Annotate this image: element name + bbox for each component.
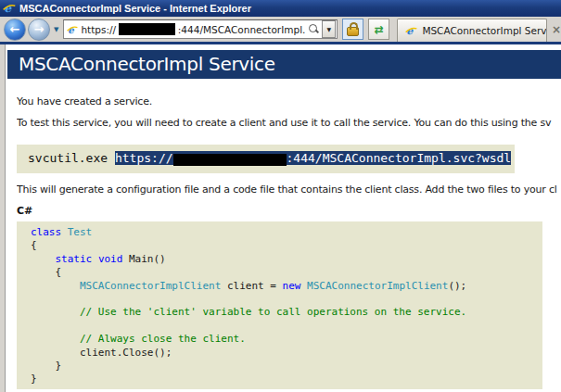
wsdl-link-path: :444/MSCAConnectorImpl.svc?wsdl bbox=[287, 151, 512, 165]
test-instructions-paragraph: To test this service, you will need to c… bbox=[17, 117, 561, 129]
code-line: static void Main() bbox=[31, 253, 542, 266]
code-line: } bbox=[31, 373, 542, 386]
window-left-border bbox=[0, 44, 6, 392]
tab-label: MSCAConnectorImpl Service bbox=[422, 25, 547, 36]
recent-pages-dropdown[interactable]: ▼ bbox=[54, 26, 58, 33]
code-block: class Test{ static void Main() { MSCACon… bbox=[17, 221, 542, 389]
code-line: client.Close(); bbox=[31, 347, 542, 360]
ie-logo-icon: e bbox=[3, 2, 16, 15]
window-title: MSCAConnectorImpl Service - Internet Exp… bbox=[19, 3, 251, 14]
code-line: } bbox=[31, 360, 542, 373]
intro-paragraph: You have created a service. bbox=[17, 95, 561, 107]
tab-ie-icon: e bbox=[405, 25, 417, 37]
refresh-icon: ⇄ bbox=[375, 23, 384, 36]
navigation-toolbar: ← → ▼ e https:// :444/MSCAConnectorImpl.… bbox=[0, 17, 561, 44]
wsdl-link-scheme: https:// bbox=[115, 151, 173, 165]
ssl-lock-button[interactable] bbox=[342, 19, 363, 40]
refresh-button[interactable]: ⇄ bbox=[368, 19, 389, 40]
page-content: MSCAConnectorImpl Service You have creat… bbox=[0, 44, 561, 392]
redacted-hostname bbox=[173, 154, 287, 166]
url-path: :444/MSCAConnectorImpl. bbox=[178, 24, 306, 35]
code-line: class Test bbox=[31, 226, 542, 239]
address-dropdown-button[interactable]: ▼ bbox=[322, 20, 336, 38]
lock-icon bbox=[347, 27, 359, 36]
forward-arrow-icon: → bbox=[34, 23, 45, 35]
code-line: // Always close the client. bbox=[31, 333, 542, 346]
code-line: MSCAConnectorImplClient client = new MSC… bbox=[31, 280, 542, 293]
code-line: // Use the 'client' variable to call ope… bbox=[31, 306, 542, 319]
address-bar-controls: ▼ bbox=[308, 20, 336, 38]
back-button[interactable]: ← bbox=[4, 19, 26, 41]
wsdl-link[interactable]: https://:444/MSCAConnectorImpl.svc?wsdl bbox=[115, 151, 511, 165]
code-line bbox=[31, 293, 542, 306]
code-line: { bbox=[31, 239, 542, 252]
search-icon[interactable] bbox=[308, 23, 320, 35]
redacted-hostname bbox=[119, 23, 175, 35]
tab-mscaconnectorimpl-service[interactable]: e MSCAConnectorImpl Service bbox=[397, 19, 547, 42]
svcutil-command-box: svcutil.exe https://:444/MSCAConnectorIm… bbox=[17, 145, 515, 173]
page-ie-icon: e bbox=[67, 24, 78, 35]
chevron-down-icon: ▼ bbox=[327, 26, 332, 32]
code-line bbox=[31, 320, 542, 333]
generate-instructions-paragraph: This will generate a configuration file … bbox=[17, 183, 561, 196]
close-tab-icon[interactable]: × bbox=[552, 23, 561, 36]
title-bar: e MSCAConnectorImpl Service - Internet E… bbox=[0, 0, 561, 17]
url-scheme: https:// bbox=[81, 24, 116, 35]
language-label: C# bbox=[17, 205, 32, 217]
code-line: { bbox=[31, 266, 542, 279]
browser-window: e MSCAConnectorImpl Service - Internet E… bbox=[0, 0, 561, 392]
back-arrow-icon: ← bbox=[10, 23, 20, 35]
forward-button[interactable]: → bbox=[28, 19, 50, 41]
svcutil-command: svcutil.exe bbox=[28, 151, 115, 165]
page-title: MSCAConnectorImpl Service bbox=[7, 50, 561, 79]
address-bar-input[interactable]: e https:// :444/MSCAConnectorImpl. ▼ bbox=[63, 19, 338, 39]
